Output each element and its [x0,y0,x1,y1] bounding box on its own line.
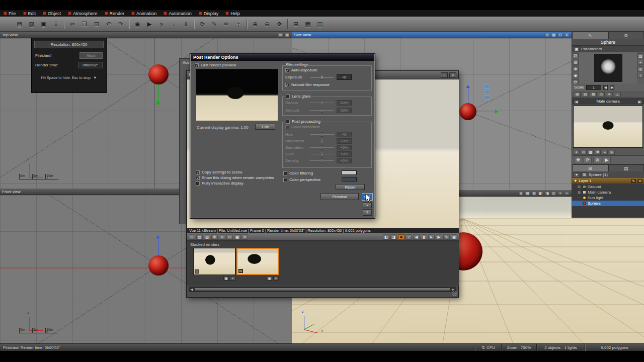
hue-slider[interactable] [310,132,334,137]
sphere-object-top[interactable] [148,64,169,84]
random-seed-icon[interactable]: ⚂ [573,53,579,58]
undo-icon[interactable]: ↶ [103,19,114,30]
scale-decrement-icon[interactable]: ◀ [603,85,608,90]
gizmo-arrow-up[interactable] [466,83,470,88]
sphere-object-side[interactable] [459,103,476,120]
layer-caret-icon[interactable]: ▼ [574,178,577,183]
materials-tab[interactable]: ▤ [608,164,644,171]
layer-header[interactable]: ▼ Layer 1 ✎ ⊙ [572,178,644,184]
exposure-value[interactable]: +0 [337,74,352,80]
compare-left-icon[interactable]: ◧ [383,234,389,240]
move-tool-icon[interactable]: ✥ [573,66,579,71]
gain-slider[interactable] [310,152,334,156]
save-thumbnail-icon[interactable]: ▣ [267,276,272,281]
abort-button[interactable]: Abort [79,52,103,59]
menu-object[interactable]: Object [39,10,64,17]
redo-icon[interactable]: ↷ [115,19,126,30]
render-thumbnail-1[interactable]: ⊡ ▣ × [193,248,235,281]
menu-animation[interactable]: Animation [128,10,160,17]
render-thumbnail-2-selected[interactable]: ⊡ ▣ × [236,248,279,281]
gain-value[interactable]: +0% [337,151,352,157]
radius-value[interactable]: 50% [337,100,352,106]
render-thumbnail-image[interactable]: ⊡ [236,248,279,275]
focus-icon[interactable]: ◎ [637,66,643,71]
light-gizmo-icon[interactable] [484,90,490,94]
gizmo-axis-blue[interactable] [468,86,468,103]
brightness-slider[interactable] [310,139,334,143]
z-buffer-icon[interactable]: Z [406,234,412,240]
lens-glare-checkbox[interactable] [286,95,290,99]
camera-display-icon[interactable]: ▤ [525,191,530,196]
slider-thumb[interactable] [321,132,323,137]
saturation-value[interactable]: +0% [337,145,352,150]
save-thumbnail-icon[interactable]: ▣ [223,276,229,281]
color-filtering-swatch[interactable] [342,170,357,175]
render-menu-icon[interactable]: ≡ [242,234,248,240]
density-value[interactable]: +0% [337,158,352,163]
aspect-tab[interactable]: ✎ [572,32,608,39]
reset-button[interactable]: Reset [336,184,365,190]
slider-thumb[interactable] [321,158,323,163]
gizmo-arrow-up[interactable] [156,233,160,238]
slider-thumb[interactable] [321,75,323,79]
pan-view-icon[interactable]: ✥ [574,157,582,163]
dialog-titlebar[interactable]: Post Render Options [191,54,374,61]
slider-thumb[interactable] [321,108,323,113]
zoom-indicator[interactable]: Zoom : 750% [501,344,536,351]
effects-tab[interactable]: ⚙ [608,32,644,39]
viewport-menu-icon[interactable]: ⊞ [544,33,550,37]
copy-icon[interactable]: ❐ [79,19,90,30]
menu-render[interactable]: Render [101,10,128,17]
material-editor-icon[interactable]: ✏ [221,19,232,30]
zoom-in-render-icon[interactable]: ⊕ [219,234,225,240]
tree-item-sun-light[interactable]: · Sun light [572,195,644,201]
expander-icon[interactable]: · [577,202,581,205]
viewport-maximize-icon[interactable]: ⊡ [557,33,563,37]
camera-options-icon[interactable]: ≡ [557,191,563,196]
brightness-value[interactable]: +0% [337,138,352,144]
align-icon[interactable]: ≡ [606,92,613,97]
batch-render-icon[interactable]: » [156,19,167,30]
annotate-render-icon[interactable]: ✎ [443,234,450,240]
layer-list-icon[interactable]: ▥ [637,53,643,58]
menu-edit[interactable]: Edit [20,10,40,17]
open-scene-icon[interactable]: ▨ [26,19,37,30]
viewport-display-icon[interactable]: ▤ [551,33,556,37]
menu-icon[interactable]: ≡ [602,150,608,155]
camera-menu-icon[interactable]: ⊞ [518,191,524,196]
zoom-out-icon[interactable]: ⊖ [262,19,273,30]
menu-display[interactable]: Display [195,10,222,17]
rotate-tool-icon[interactable]: ⟳ [197,19,208,30]
compare-right-icon[interactable]: ◨ [390,234,397,240]
previous-render-icon[interactable]: ◀ [413,234,420,240]
color-perspective-checkbox[interactable] [283,178,287,182]
previous-camera-icon[interactable]: ◀ [574,99,579,104]
display-options-icon[interactable]: ▦ [302,19,313,30]
full-view-icon[interactable]: ■ [398,234,405,240]
preview-button[interactable]: Preview [320,193,359,200]
collapse-icon[interactable]: ▼ [93,75,97,80]
zoom-in-icon[interactable]: ⊕ [250,19,261,30]
resize-grip[interactable] [452,291,457,296]
amount-value[interactable]: 50% [337,108,352,113]
scroll-left-icon[interactable]: ◀ [189,288,194,292]
render-icon[interactable]: ◉ [132,19,143,30]
smart-drop-icon[interactable]: ⇓ [180,19,191,30]
hue-value[interactable]: +0 [337,132,352,137]
world-browser-tab[interactable]: ⊞ [572,164,608,171]
scrollbar-thumb[interactable] [195,288,450,291]
post-render-options-dialog[interactable]: Post Render Options ✓ Last render previe… [190,54,375,218]
frame-all-icon[interactable]: ⊞ [290,19,301,30]
next-render-icon[interactable]: ► [428,234,435,240]
menu-automation[interactable]: Automation [160,10,195,17]
new-scene-icon[interactable]: ▤ [14,19,25,30]
radius-slider[interactable] [310,101,334,105]
expander-icon[interactable]: ⊞ [577,191,581,195]
play-view-icon[interactable]: ▶ [603,157,611,163]
save-scene-icon[interactable]: ▣ [38,19,49,30]
minimize-icon[interactable]: − [441,72,448,78]
camera-maximize-icon[interactable]: ⊡ [551,191,556,196]
viewport-menu-icon[interactable]: ⊞ [278,33,283,37]
last-render-preview-checkbox[interactable]: ✓ [195,63,199,67]
select-tool-icon[interactable]: + [233,19,244,30]
